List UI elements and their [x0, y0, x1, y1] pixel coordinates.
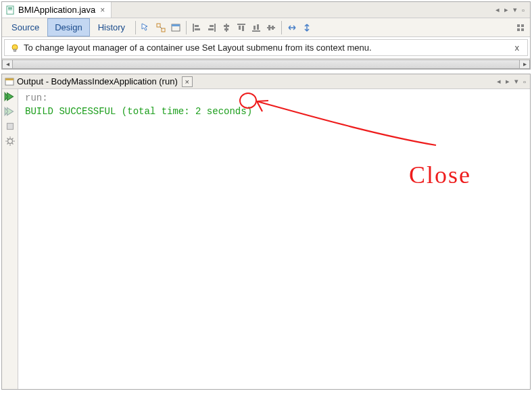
toolbar-overflow-icon[interactable] — [514, 21, 527, 34]
align-left-icon[interactable] — [190, 21, 203, 34]
console-line: run: — [25, 92, 523, 105]
source-tab[interactable]: Source — [5, 18, 46, 36]
svg-rect-10 — [195, 28, 200, 30]
rerun-icon[interactable] — [4, 91, 16, 103]
output-next-icon[interactable]: ▸ — [504, 77, 511, 86]
hint-text: To change layout manager of a container … — [24, 43, 508, 53]
console-line: BUILD SUCCESSFUL (total time: 2 seconds) — [25, 105, 523, 119]
resize-h-icon[interactable] — [285, 21, 299, 34]
output-header: Output - BodyMassIndexApplication (run) … — [2, 74, 530, 89]
output-maximize-icon[interactable]: ▫ — [522, 78, 527, 86]
output-prev-icon[interactable]: ◂ — [495, 77, 502, 86]
tab-prev-icon[interactable]: ◂ — [494, 5, 501, 14]
annotation-label: Close — [409, 161, 471, 189]
output-title: Output - BodyMassIndexApplication (run) — [17, 76, 178, 86]
scroll-left-icon[interactable]: ◂ — [2, 59, 13, 69]
svg-rect-7 — [172, 24, 180, 26]
editor-tab-nav: ◂ ▸ ▾ ▫ — [494, 5, 530, 14]
separator — [281, 21, 282, 34]
svg-rect-13 — [208, 28, 214, 30]
svg-rect-2 — [8, 9, 12, 10]
svg-point-35 — [7, 139, 12, 144]
output-window-icon — [5, 77, 14, 86]
svg-rect-25 — [272, 26, 274, 30]
separator — [135, 21, 136, 34]
svg-rect-33 — [5, 78, 14, 80]
align-right-icon[interactable] — [205, 21, 218, 34]
align-bottom-icon[interactable] — [249, 21, 263, 34]
scroll-track[interactable] — [13, 59, 519, 69]
editor-toolbar: Source Design History — [2, 18, 530, 37]
svg-rect-12 — [210, 25, 214, 27]
svg-rect-1 — [8, 7, 12, 9]
output-console[interactable]: run: BUILD SUCCESSFUL (total time: 2 sec… — [18, 89, 530, 389]
editor-tab-bar: BMIApplication.java × ◂ ▸ ▾ ▫ — [2, 2, 530, 18]
svg-rect-31 — [14, 49, 16, 51]
svg-rect-22 — [257, 24, 259, 30]
output-pane: Output - BodyMassIndexApplication (run) … — [1, 74, 531, 390]
resize-v-icon[interactable] — [300, 21, 314, 34]
tab-dropdown-icon[interactable]: ▾ — [512, 5, 518, 14]
maximize-icon[interactable]: ▫ — [521, 6, 526, 14]
tab-next-icon[interactable]: ▸ — [503, 5, 510, 14]
align-vcenter-icon[interactable] — [264, 21, 278, 34]
scroll-right-icon[interactable]: ▸ — [519, 59, 530, 69]
connection-mode-icon[interactable] — [154, 21, 168, 34]
svg-rect-15 — [224, 25, 229, 27]
hint-close-button[interactable]: x — [512, 43, 523, 53]
layout-hint-bar: To change layout manager of a container … — [4, 39, 528, 56]
output-dropdown-icon[interactable]: ▾ — [513, 77, 520, 86]
settings-icon[interactable] — [4, 135, 16, 147]
svg-line-5 — [160, 27, 162, 28]
run-icon[interactable] — [4, 105, 16, 118]
svg-rect-9 — [195, 25, 199, 27]
lightbulb-icon — [10, 43, 20, 53]
editor-tab-label: BMIApplication.java — [18, 5, 95, 15]
svg-rect-21 — [253, 26, 256, 30]
separator — [186, 21, 187, 34]
svg-rect-27 — [521, 24, 524, 27]
output-gutter — [2, 89, 18, 389]
svg-rect-19 — [242, 26, 244, 31]
output-tab-close-button[interactable]: × — [182, 76, 193, 87]
svg-rect-3 — [157, 24, 160, 27]
svg-rect-16 — [224, 28, 228, 30]
horizontal-scrollbar[interactable]: ◂ ▸ — [2, 58, 530, 69]
editor-tab[interactable]: BMIApplication.java × — [2, 2, 112, 18]
svg-rect-26 — [517, 24, 520, 27]
svg-rect-4 — [162, 28, 165, 32]
stop-icon[interactable] — [4, 120, 16, 132]
history-tab[interactable]: History — [91, 18, 132, 36]
design-tab[interactable]: Design — [47, 18, 89, 36]
svg-rect-29 — [521, 28, 524, 31]
output-header-controls: ◂ ▸ ▾ ▫ — [495, 77, 527, 86]
align-top-icon[interactable] — [235, 21, 248, 34]
svg-rect-28 — [517, 28, 520, 31]
java-file-icon — [6, 5, 16, 15]
svg-rect-18 — [239, 26, 241, 30]
svg-rect-34 — [7, 124, 13, 130]
editor-tab-close-icon[interactable]: × — [98, 5, 107, 15]
output-body: run: BUILD SUCCESSFUL (total time: 2 sec… — [2, 89, 530, 389]
preview-icon[interactable] — [169, 21, 183, 34]
editor-pane: BMIApplication.java × ◂ ▸ ▾ ▫ Source Des… — [1, 1, 531, 70]
selection-mode-icon[interactable] — [139, 21, 153, 34]
align-hcenter-icon[interactable] — [220, 21, 233, 34]
svg-rect-24 — [268, 25, 270, 30]
